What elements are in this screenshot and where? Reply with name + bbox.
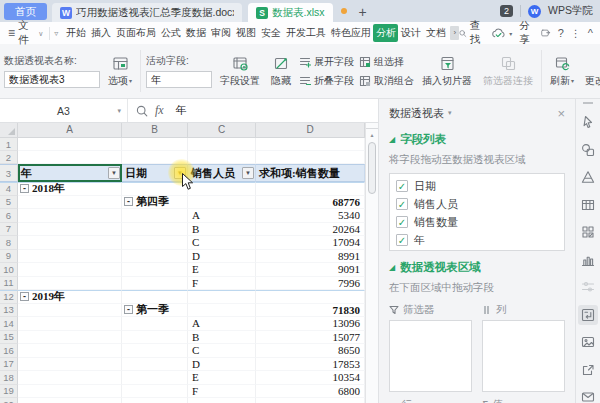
cell-D14[interactable]: 13096	[256, 317, 365, 331]
column-header-C[interactable]: C	[188, 123, 256, 137]
cell-C8[interactable]: C	[188, 236, 256, 250]
cell-D7[interactable]: 20264	[256, 223, 365, 237]
cell-B17[interactable]	[122, 358, 188, 372]
cell-D20[interactable]	[256, 398, 365, 403]
row-header-6[interactable]: 6	[0, 209, 18, 223]
menu-overflow-button[interactable]: ›	[450, 26, 459, 40]
cell-A18[interactable]	[18, 371, 122, 385]
export-pane-icon[interactable]	[578, 360, 598, 380]
row-header-10[interactable]: 10	[0, 263, 18, 277]
panel-title-caret-icon[interactable]: ▾	[448, 109, 452, 117]
ungroup-button[interactable]: 取消组合	[359, 74, 414, 88]
cell-A12[interactable]: -2019年	[18, 290, 122, 304]
cell-B13[interactable]: -第一季	[122, 304, 188, 318]
find-button[interactable]: 查找	[459, 19, 484, 47]
row-header-20[interactable]: 20	[0, 398, 18, 403]
cell-D10[interactable]: 9091	[256, 263, 365, 277]
cell-A14[interactable]	[18, 317, 122, 331]
cell-B3[interactable]: 日期▼	[122, 164, 188, 182]
cell-A3[interactable]: 年▼	[18, 164, 122, 182]
home-tab[interactable]: 首页	[4, 3, 47, 20]
cell-A15[interactable]	[18, 331, 122, 345]
row-header-11[interactable]: 11	[0, 277, 18, 291]
collapse-ribbon-icon[interactable]: ^	[588, 27, 593, 39]
wps-academy-link[interactable]: WPS学院	[548, 4, 593, 18]
refresh-button[interactable]: 刷新▾	[547, 53, 577, 90]
cell-C18[interactable]: E	[188, 371, 256, 385]
cell-C14[interactable]: A	[188, 317, 256, 331]
cell-B9[interactable]	[122, 250, 188, 264]
cell-C16[interactable]: C	[188, 344, 256, 358]
cell-D12[interactable]	[256, 290, 365, 304]
close-icon[interactable]: ×	[557, 107, 565, 120]
cell-A10[interactable]	[18, 263, 122, 277]
field-item-1[interactable]: ✓日期	[396, 177, 558, 195]
cell-B20[interactable]	[122, 398, 188, 403]
menu-item-8[interactable]: 安全	[258, 24, 283, 42]
collapse-button[interactable]: -	[124, 305, 133, 314]
checked-checkbox[interactable]: ✓	[396, 234, 408, 246]
cell-B16[interactable]	[122, 344, 188, 358]
cell-C10[interactable]: E	[188, 263, 256, 277]
row-header-12[interactable]: 12	[0, 290, 18, 304]
cell-A1[interactable]	[18, 138, 122, 151]
apps-grid-icon[interactable]	[578, 222, 598, 242]
cell-D16[interactable]: 8650	[256, 344, 365, 358]
cell-D18[interactable]: 10354	[256, 371, 365, 385]
row-header-14[interactable]: 14	[0, 317, 18, 331]
cell-D19[interactable]: 6800	[256, 385, 365, 399]
cell-A19[interactable]	[18, 385, 122, 399]
row-header-3[interactable]: 3	[0, 164, 18, 182]
cell-C9[interactable]: D	[188, 250, 256, 264]
cell-B10[interactable]	[122, 263, 188, 277]
columns-area-box[interactable]	[482, 320, 565, 392]
menu-item-1[interactable]: 开始	[63, 24, 88, 42]
cell-A4[interactable]: -2018年	[18, 182, 122, 196]
cell-B15[interactable]	[122, 331, 188, 345]
menu-item-6[interactable]: 审阅	[208, 24, 233, 42]
column-header-D[interactable]: D	[256, 123, 365, 137]
options-button[interactable]: 选项▾	[105, 53, 135, 90]
help-button[interactable]: ?	[558, 27, 564, 39]
quick-access-caret-icon[interactable]: ▿	[54, 29, 58, 38]
shapes-icon[interactable]	[578, 140, 598, 160]
name-box-caret-icon[interactable]: ▾	[117, 107, 121, 115]
cell-A9[interactable]	[18, 250, 122, 264]
cell-C12[interactable]	[188, 290, 256, 304]
cell-A16[interactable]	[18, 344, 122, 358]
new-tab-button[interactable]: +	[359, 6, 367, 18]
vertical-scrollbar[interactable]: ▲	[365, 123, 378, 403]
cell-C7[interactable]: B	[188, 223, 256, 237]
cell-B6[interactable]	[122, 209, 188, 223]
cell-C15[interactable]: B	[188, 331, 256, 345]
cell-C11[interactable]: F	[188, 277, 256, 291]
row-header-16[interactable]: 16	[0, 344, 18, 358]
checked-checkbox[interactable]: ✓	[396, 216, 408, 228]
chart-icon[interactable]	[578, 250, 598, 270]
cell-D17[interactable]: 17853	[256, 358, 365, 372]
filters-area-box[interactable]	[389, 320, 472, 392]
cell-C6[interactable]: A	[188, 209, 256, 223]
more-options-icon[interactable]: ⋮	[571, 28, 581, 39]
share-button[interactable]: 分享	[519, 19, 534, 47]
mail-pane-icon[interactable]	[578, 387, 598, 403]
cell-C4[interactable]	[188, 182, 256, 196]
cell-B12[interactable]	[122, 290, 188, 304]
file-menu[interactable]: 文件	[18, 19, 36, 47]
cell-D13[interactable]: 71830	[256, 304, 365, 318]
cell-A2[interactable]	[18, 151, 122, 164]
filter-button-销售人员[interactable]: ▼	[242, 167, 254, 179]
column-header-B[interactable]: B	[122, 123, 188, 137]
row-header-19[interactable]: 19	[0, 385, 18, 399]
cell-B4[interactable]	[122, 182, 188, 196]
cell-C5[interactable]	[188, 196, 256, 210]
active-field-input[interactable]	[146, 71, 212, 88]
cell-A11[interactable]	[18, 277, 122, 291]
filter-button-年[interactable]: ▼	[108, 167, 120, 179]
cursor-select-icon[interactable]	[578, 112, 598, 132]
cell-D5[interactable]: 68776	[256, 196, 365, 210]
cell-C13[interactable]	[188, 304, 256, 318]
cell-B14[interactable]	[122, 317, 188, 331]
cell-C2[interactable]	[188, 151, 256, 164]
cell-C19[interactable]: F	[188, 385, 256, 399]
